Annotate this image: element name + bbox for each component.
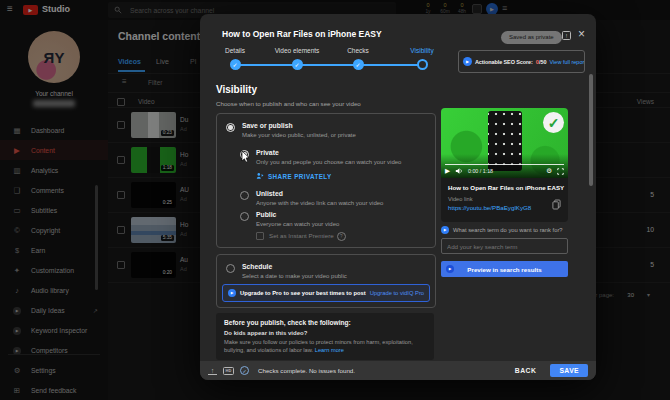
fullscreen-icon[interactable] (557, 168, 564, 175)
player-controls: ▶ 0:00 / 1:18 ⚙ (445, 166, 564, 176)
public-label: Public (256, 211, 276, 218)
unlisted-label: Unlisted (256, 190, 283, 197)
dialog-title: How to Open Rar Files on iPhone EASY (222, 29, 382, 39)
saved-status-badge: Saved as private (501, 31, 562, 44)
key-search-term-input[interactable] (441, 238, 568, 254)
schedule-radio[interactable] (226, 264, 235, 273)
learn-more-link[interactable]: Learn more (315, 347, 344, 353)
dialog-scrollbar[interactable] (589, 74, 593, 186)
schedule-label: Schedule (242, 263, 272, 270)
rank-question-label: What search term do you want to rank for… (453, 227, 563, 233)
publish-options-box: Save or publish Make your video public, … (216, 113, 436, 248)
back-button[interactable]: BACK (515, 367, 537, 374)
save-button[interactable]: SAVE (550, 364, 588, 377)
step-visibility[interactable]: Visibility (410, 47, 433, 54)
share-person-icon (256, 172, 264, 180)
pre-publish-checklist: Before you publish, check the following:… (216, 313, 434, 360)
upgrade-banner-text: Upgrade to Pro to see your best times to… (240, 290, 366, 296)
save-or-publish-desc: Make your video public, unlisted, or pri… (242, 132, 356, 138)
video-player[interactable]: ✓ ▶ 0:00 / 1:18 ⚙ (441, 108, 568, 178)
private-label: Private (256, 149, 279, 156)
preview-in-search-button[interactable]: ▶ Preview in search results (441, 261, 568, 277)
feedback-icon[interactable]: ! (562, 31, 571, 40)
private-desc: Only you and people you choose can watch… (256, 159, 401, 165)
upload-icon[interactable]: ↑ (208, 367, 217, 375)
instant-premiere-checkbox[interactable] (256, 232, 264, 240)
vidiq-icon: ▶ (463, 57, 472, 66)
player-settings-icon[interactable]: ⚙ (546, 167, 552, 175)
section-heading: Visibility (216, 84, 257, 95)
check-badge-icon: ✓ (543, 112, 564, 133)
checks-complete-icon: ✓ (240, 366, 249, 375)
vidiq-icon: ▶ (228, 289, 236, 297)
time-display: 0:00 / 1:18 (468, 168, 493, 174)
checklist-heading: Before you publish, check the following: (224, 319, 426, 326)
schedule-desc: Select a date to make your video public (242, 273, 347, 279)
youtube-studio-app: ≡ ▶ Studio 01y 060m 048h ▶ ≡ ЯY Your cha… (0, 0, 670, 400)
public-desc: Everyone can watch your video (256, 221, 339, 227)
instant-premiere-label: Set as Instant Premiere? (269, 232, 346, 241)
vidiq-upgrade-banner: ▶ Upgrade to Pro to see your best times … (222, 284, 430, 302)
unlisted-radio[interactable] (240, 191, 249, 200)
hd-icon[interactable]: HD (223, 367, 234, 375)
public-radio[interactable] (240, 212, 249, 221)
step-done-icon[interactable]: ✓ (353, 59, 364, 70)
section-subheading: Choose when to publish and who can see y… (216, 100, 361, 107)
seek-bar[interactable] (445, 164, 564, 166)
help-icon[interactable]: ? (337, 232, 346, 241)
upgrade-vidiq-pro-link[interactable]: Upgrade to vidIQ Pro (370, 290, 424, 296)
volume-icon[interactable] (455, 167, 463, 175)
dialog-footer: ↑ HD ✓ Checks complete. No issues found.… (200, 361, 596, 380)
share-privately-button[interactable]: SHARE PRIVATELY (256, 172, 332, 180)
save-or-publish-radio[interactable] (226, 123, 235, 132)
vidiq-icon: ▶ (446, 265, 454, 273)
close-icon[interactable]: × (578, 27, 585, 41)
step-current-icon[interactable] (417, 59, 428, 70)
save-or-publish-label: Save or publish (242, 122, 293, 129)
unlisted-desc: Anyone with the video link can watch you… (256, 200, 383, 206)
schedule-box: Schedule Select a date to make your vide… (216, 254, 436, 308)
seo-score-label: Actionable SEO Score: (475, 59, 533, 65)
step-details[interactable]: Details (225, 47, 245, 54)
video-info-card: How to Open Rar Files on iPhone EASY Vid… (441, 178, 568, 222)
mouse-cursor (241, 151, 250, 163)
view-full-report-link[interactable]: View full report (550, 59, 585, 65)
checklist-body: Make sure you follow our policies to pro… (224, 339, 426, 354)
preview-video-title: How to Open Rar Files on iPhone EASY (448, 184, 561, 191)
upload-dialog: How to Open Rar Files on iPhone EASY Sav… (200, 14, 596, 380)
video-link-label: Video link (448, 196, 561, 202)
step-done-icon[interactable]: ✓ (230, 59, 241, 70)
checks-status-text: Checks complete. No issues found. (258, 367, 355, 374)
seo-score-total: /50 (539, 59, 547, 65)
copy-icon[interactable] (552, 199, 561, 210)
checklist-question: Do kids appear in this video? (224, 330, 426, 336)
play-icon[interactable]: ▶ (445, 167, 450, 175)
video-url-link[interactable]: https://youtu.be/PBaEyglKyG8 (448, 204, 561, 211)
stepper-line (235, 64, 422, 66)
rank-question-row: ▶ What search term do you want to rank f… (441, 226, 563, 234)
step-done-icon[interactable]: ✓ (292, 59, 303, 70)
seo-score-box: ▶ Actionable SEO Score: 0/50 View full r… (458, 50, 585, 73)
step-video-elements[interactable]: Video elements (275, 47, 320, 54)
vidiq-icon: ▶ (441, 226, 449, 234)
step-checks[interactable]: Checks (347, 47, 369, 54)
